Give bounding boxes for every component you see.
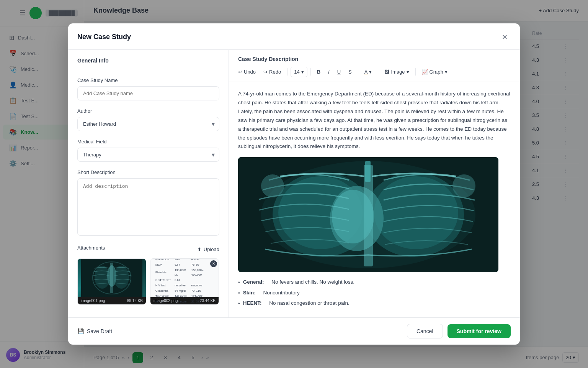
bullet-text: Noncontributory <box>263 289 300 297</box>
bullet-list: General: No fevers and chills. No weight… <box>238 278 511 307</box>
font-color-button[interactable]: A ▾ <box>361 67 375 77</box>
close-icon: ✕ <box>502 33 508 41</box>
case-study-name-input[interactable] <box>77 86 219 100</box>
font-color-dropdown-icon: ▾ <box>369 69 372 75</box>
bullet-text: No fevers and chills. No weight loss. <box>271 278 354 286</box>
editor-content[interactable]: A 74-yr-old man comes to the Emergency D… <box>229 82 520 317</box>
medical-field-select-wrapper: Therapy ▾ <box>77 148 219 162</box>
author-label: Author <box>77 108 219 114</box>
undo-button[interactable]: ↩ Undo <box>235 67 259 77</box>
attachment-2-size: 23.44 KB <box>200 299 216 303</box>
attachment-1-size: 89.12 KB <box>127 299 143 303</box>
attachment-2-name: image002.png <box>154 299 178 303</box>
font-size-value: 14 <box>294 69 299 75</box>
toolbar-divider-5 <box>415 68 416 76</box>
toolbar-divider-4 <box>378 68 378 76</box>
author-select-wrapper: Esther Howard ▾ <box>77 117 219 131</box>
svg-point-16 <box>261 174 284 197</box>
editor-toolbar: ↩ Undo ↪ Redo 14 ▾ B I U <box>229 62 520 82</box>
font-size-arrow: ▾ <box>301 69 304 75</box>
toolbar-divider-3 <box>358 68 358 76</box>
attachment-2-preview: Haemoglobin7.1 g/dl13–18 Hematocrit20%40… <box>150 259 219 297</box>
submit-button[interactable]: Submit for review <box>448 324 511 338</box>
new-case-study-modal: New Case Study ✕ General Info Case Study… <box>68 23 520 345</box>
graph-button[interactable]: 📈 Graph ▾ <box>419 67 451 77</box>
save-draft-icon: 💾 <box>77 328 84 334</box>
short-description-field: Short Description <box>77 169 219 237</box>
bullet-item-skin: Skin: Noncontributory <box>238 289 511 297</box>
bullet-term: Skin: <box>243 289 256 297</box>
bullet-term: HEENT: <box>243 299 262 307</box>
graph-icon: 📈 <box>422 69 428 75</box>
attachments-label: Attachments <box>77 245 105 251</box>
author-select[interactable]: Esther Howard <box>77 117 219 131</box>
modal-overlay: New Case Study ✕ General Info Case Study… <box>0 0 588 368</box>
short-description-input[interactable] <box>77 178 219 236</box>
upload-icon: ⬆ <box>197 246 201 252</box>
svg-point-11 <box>374 176 458 249</box>
svg-rect-15 <box>365 161 371 182</box>
bullet-term: General: <box>243 278 264 286</box>
medical-field-field: Medical Field Therapy ▾ <box>77 139 219 162</box>
general-info-title: General Info <box>77 58 219 64</box>
cancel-button[interactable]: Cancel <box>407 324 443 338</box>
bullet-text: No nasal congestion or throat pain. <box>269 299 349 307</box>
close-button[interactable]: ✕ <box>498 31 511 43</box>
medical-field-label: Medical Field <box>77 139 219 145</box>
attachment-1-footer: image001.png 89.12 KB <box>78 297 146 304</box>
image-icon: 🖼 <box>384 69 389 75</box>
modal-title: New Case Study <box>77 33 131 41</box>
attachments-grid: ✕ <box>77 258 219 305</box>
italic-button[interactable]: I <box>325 67 333 77</box>
redo-label: Redo <box>269 69 281 75</box>
toolbar-divider-1 <box>287 68 287 76</box>
modal-header: New Case Study ✕ <box>68 23 520 50</box>
medical-field-select[interactable]: Therapy <box>77 148 219 162</box>
right-panel: Case Study Description ↩ Undo ↪ Redo 14 … <box>229 50 520 317</box>
attachments-header: Attachments ⬆ Upload <box>77 245 219 254</box>
left-panel: General Info Case Study Name Author Esth… <box>68 50 229 317</box>
attachment-1-name: image001.png <box>81 299 105 303</box>
case-study-desc-title: Case Study Description <box>229 50 520 62</box>
save-draft-label: Save Draft <box>87 328 112 334</box>
upload-label: Upload <box>204 246 219 252</box>
bold-button[interactable]: B <box>314 67 323 77</box>
image-dropdown-icon: ▾ <box>407 69 409 75</box>
svg-point-17 <box>452 174 475 197</box>
attachments-section: Attachments ⬆ Upload ✕ <box>77 245 219 305</box>
bullet-item-general: General: No fevers and chills. No weight… <box>238 278 511 286</box>
case-study-name-field: Case Study Name <box>77 77 219 100</box>
redo-button[interactable]: ↪ Redo <box>260 67 284 77</box>
attachment-2-close[interactable]: ✕ <box>210 260 217 267</box>
undo-label: Undo <box>244 69 256 75</box>
xray-image <box>238 157 498 272</box>
attachment-1: ✕ <box>77 258 146 305</box>
svg-rect-5 <box>110 263 113 293</box>
graph-label: Graph <box>430 69 443 75</box>
image-label: Image <box>391 69 405 75</box>
strikethrough-button[interactable]: S <box>345 67 355 77</box>
bullet-item-heent: HEENT: No nasal congestion or throat pai… <box>238 299 511 307</box>
author-field: Author Esther Howard ▾ <box>77 108 219 131</box>
underline-button[interactable]: U <box>334 67 344 77</box>
save-draft-button[interactable]: 💾 Save Draft <box>77 328 112 334</box>
redo-icon: ↪ <box>263 69 268 75</box>
image-button[interactable]: 🖼 Image ▾ <box>381 67 412 77</box>
attachment-2: ✕ Haemoglobin7.1 g/dl13–18 Hematocrit20%… <box>150 258 219 305</box>
case-study-name-label: Case Study Name <box>77 77 219 83</box>
toolbar-divider-2 <box>310 68 311 76</box>
lab-table: Haemoglobin7.1 g/dl13–18 Hematocrit20%40… <box>152 258 217 305</box>
undo-icon: ↩ <box>238 69 242 75</box>
graph-dropdown-icon: ▾ <box>445 69 448 75</box>
upload-button[interactable]: ⬆ Upload <box>197 246 219 252</box>
body-text: A 74-yr-old man comes to the Emergency D… <box>238 90 511 151</box>
short-description-label: Short Description <box>77 169 219 175</box>
font-color-label: A <box>364 69 368 75</box>
font-size-dropdown[interactable]: 14 ▾ <box>291 67 307 77</box>
attachment-1-preview <box>78 259 146 297</box>
modal-body: General Info Case Study Name Author Esth… <box>68 50 520 317</box>
modal-footer: 💾 Save Draft Cancel Submit for review <box>68 317 520 345</box>
